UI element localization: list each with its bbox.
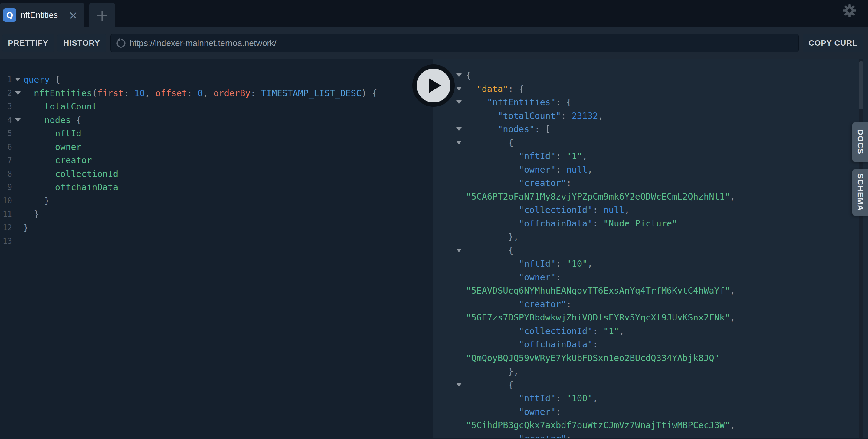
editor-line: 10 } xyxy=(0,194,433,208)
execute-play-button[interactable] xyxy=(412,64,455,107)
code-text: "collectionId": "1", xyxy=(466,326,624,336)
collapse-arrow-icon[interactable] xyxy=(456,100,462,104)
endpoint-url-bar xyxy=(111,34,799,52)
editor-line: 1query { xyxy=(0,73,433,87)
response-line: { xyxy=(433,244,868,257)
line-number: 9 xyxy=(0,182,12,192)
code-text: } xyxy=(23,223,28,233)
line-number: 7 xyxy=(0,156,12,165)
code-text: query { xyxy=(23,74,60,85)
code-text: "QmQoyBQJQ59vWRyE7YkUbFDSxn1eo2BUcdQ334Y… xyxy=(466,353,719,363)
refresh-icon[interactable] xyxy=(116,38,126,48)
collapse-arrow-icon[interactable] xyxy=(456,87,462,91)
code-text: nftId xyxy=(23,128,82,138)
editor-line: 13 xyxy=(0,234,433,248)
fold-gutter xyxy=(12,118,23,122)
response-line: "5EAVDSUcq6NYMhuhEANqovTT6ExsAnYq4TrfM6K… xyxy=(433,284,868,298)
collapse-arrow-icon[interactable] xyxy=(15,78,21,81)
code-text: nodes { xyxy=(23,115,82,125)
fold-gutter xyxy=(12,78,23,81)
code-text: } xyxy=(23,196,50,206)
response-line: "nftId": "1", xyxy=(433,149,868,163)
code-text: }, xyxy=(466,366,519,376)
new-tab-button[interactable]: + xyxy=(89,3,115,27)
response-line: "totalCount": 23132, xyxy=(433,109,868,123)
response-pane[interactable]: { "data": { "nftEntities": { "totalCount… xyxy=(433,59,868,438)
line-number: 1 xyxy=(0,75,12,84)
close-tab-icon[interactable]: × xyxy=(68,9,78,21)
response-line: "5CA6PT2oFaN71My8zvjYPZpCm9mk6Y2eQDWcECm… xyxy=(433,190,868,203)
code-text: { xyxy=(466,138,514,148)
response-line: "creator": xyxy=(433,298,868,311)
code-text: } xyxy=(23,209,39,219)
collapse-arrow-icon[interactable] xyxy=(456,141,462,144)
response-line: "owner": xyxy=(433,271,868,284)
line-number: 13 xyxy=(0,236,12,245)
collapse-arrow-icon[interactable] xyxy=(15,91,21,95)
code-text: "5CihdPB3gcQkx7axbdf7ouWtzCJmVz7WnajTtiw… xyxy=(466,420,735,430)
line-number: 4 xyxy=(0,115,12,125)
fold-gutter xyxy=(433,248,466,252)
schema-tab[interactable]: SCHEMA xyxy=(852,169,868,215)
response-scrollbar-track xyxy=(859,59,864,438)
history-button[interactable]: HISTORY xyxy=(58,34,106,52)
copy-curl-button[interactable]: COPY CURL xyxy=(803,34,863,52)
response-line: "nftEntities": { xyxy=(433,96,868,109)
tab-label: nftEntities xyxy=(21,10,58,20)
code-text: "owner": xyxy=(466,272,561,282)
editor-line: 2 nftEntities(first: 10, offset: 0, orde… xyxy=(0,87,433,100)
prettify-button[interactable]: PRETTIFY xyxy=(2,34,54,52)
code-text: }, xyxy=(466,232,519,242)
code-text: "nftId": "10", xyxy=(466,259,593,269)
code-text: "offchainData": xyxy=(466,339,598,349)
code-text: "nftId": "1", xyxy=(466,151,588,161)
editor-line: 3 totalCount xyxy=(0,100,433,113)
collapse-arrow-icon[interactable] xyxy=(456,73,462,77)
code-text: "totalCount": 23132, xyxy=(466,111,603,121)
response-line: "offchainData": xyxy=(433,338,868,351)
tab-bar: Q nftEntities × + xyxy=(0,0,868,27)
response-line: "QmQoyBQJQ59vWRyE7YkUbFDSxn1eo2BUcdQ334Y… xyxy=(433,351,868,365)
fold-gutter xyxy=(12,91,23,95)
response-line: }, xyxy=(433,365,868,378)
settings-gear-icon[interactable] xyxy=(843,4,857,18)
collapse-arrow-icon[interactable] xyxy=(456,383,462,387)
collapse-arrow-icon[interactable] xyxy=(456,127,462,131)
response-line: { xyxy=(433,378,868,392)
editor-line: 6 owner xyxy=(0,140,433,154)
collapse-arrow-icon[interactable] xyxy=(456,248,462,252)
response-line: "5GE7zs7DSPYBbdwkwjZhiVQDtsEYRv5YqcXt9JU… xyxy=(433,311,868,325)
response-line: "owner": null, xyxy=(433,163,868,176)
code-text: "creator": xyxy=(466,178,571,188)
fold-gutter xyxy=(433,383,466,387)
code-text: "5GE7zs7DSPYBbdwkwjZhiVQDtsEYRv5YqcXt9JU… xyxy=(466,312,735,323)
editor-line: 7 creator xyxy=(0,154,433,167)
code-text: "nodes": [ xyxy=(466,124,550,134)
toolbar: PRETTIFY HISTORY COPY CURL xyxy=(0,27,868,59)
code-text: { xyxy=(466,380,514,390)
response-line: { xyxy=(433,69,868,82)
line-number: 10 xyxy=(0,196,12,205)
code-text: "nftEntities": { xyxy=(466,97,571,107)
endpoint-url-input[interactable] xyxy=(129,38,798,48)
response-line: "nodes": [ xyxy=(433,123,868,136)
response-scrollbar-thumb[interactable] xyxy=(859,61,864,109)
code-text: nftEntities(first: 10, offset: 0, orderB… xyxy=(23,88,377,98)
code-text: "creator": xyxy=(466,434,571,438)
response-line: "collectionId": "1", xyxy=(433,325,868,338)
response-line: "data": { xyxy=(433,82,868,96)
response-line: "offchainData": "Nude Picture" xyxy=(433,217,868,230)
query-editor[interactable]: 1query {2 nftEntities(first: 10, offset:… xyxy=(0,59,433,438)
response-line: "owner": xyxy=(433,405,868,419)
response-line: { xyxy=(433,136,868,150)
tab-nftentities[interactable]: Q nftEntities × xyxy=(0,3,84,27)
main-panes: 1query {2 nftEntities(first: 10, offset:… xyxy=(0,59,868,438)
code-text: owner xyxy=(23,142,82,152)
response-line: "nftId": "100", xyxy=(433,392,868,405)
line-number: 8 xyxy=(0,169,12,178)
play-icon xyxy=(429,78,441,93)
response-line: "creator": xyxy=(433,176,868,190)
docs-tab[interactable]: DOCS xyxy=(852,123,868,162)
code-text: "data": { xyxy=(466,84,524,94)
collapse-arrow-icon[interactable] xyxy=(15,118,21,122)
